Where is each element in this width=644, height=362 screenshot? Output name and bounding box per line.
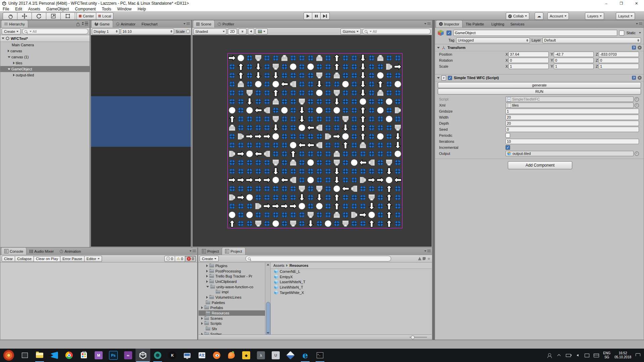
asset-linewhiten_t[interactable]: LineWhiteN_T — [271, 285, 432, 290]
action-center-icon[interactable] — [636, 353, 640, 358]
foldout-open-icon[interactable] — [437, 47, 440, 49]
panel-dropdown-icon[interactable] — [424, 23, 426, 24]
rotate-tool-button[interactable] — [32, 12, 46, 20]
step-button[interactable] — [321, 12, 330, 20]
tab-hierarchy[interactable]: Hierarchy — [1, 20, 28, 27]
display-dropdown[interactable]: Display 1 — [92, 28, 119, 35]
pivot-center-button[interactable]: Center — [76, 12, 96, 20]
touch-keyboard-icon[interactable] — [594, 354, 599, 357]
clock[interactable]: 16:5205.10.2018 — [614, 351, 631, 359]
foldout-closed-icon[interactable] — [206, 280, 208, 283]
menu-assets[interactable]: Assets — [28, 7, 40, 11]
taskbar-cmd[interactable]: >_ — [313, 349, 327, 362]
foldout-closed-icon[interactable] — [206, 296, 208, 299]
hierarchy-item-maincamera[interactable]: Main Camera — [0, 42, 90, 48]
tab-inspector-lighting[interactable]: Lighting — [487, 20, 507, 27]
gizmos-dropdown[interactable]: Gizmos — [340, 28, 361, 35]
rotation-x-field[interactable]: 0 — [508, 58, 548, 63]
breadcrumb-assets[interactable]: Assets — [273, 263, 284, 267]
taskbar-paint-pc[interactable] — [180, 349, 195, 362]
foldout-closed-icon[interactable] — [206, 275, 208, 278]
menu-edit[interactable]: Edit — [15, 7, 22, 11]
folder-impl[interactable]: impl — [199, 289, 265, 295]
foldout-closed-icon[interactable] — [13, 62, 15, 64]
volume-icon[interactable] — [577, 354, 579, 357]
xml-object-field[interactable]: tiles — [505, 103, 634, 108]
taskbar-diamond-app[interactable] — [283, 349, 298, 362]
lock-icon[interactable] — [76, 23, 79, 26]
hierarchy-item-tiles[interactable]: tiles — [0, 60, 90, 66]
favorite-star-icon[interactable]: ★ — [427, 256, 431, 261]
game-view[interactable] — [91, 35, 191, 247]
project-create-button[interactable]: Create — [200, 256, 219, 262]
foldout-closed-icon[interactable] — [201, 317, 203, 320]
help-icon[interactable]: ? — [632, 46, 636, 50]
tab-console-audio-mixer[interactable]: Audio Mixer — [26, 248, 57, 255]
asset-targetwhite_x[interactable]: TargetWhite_X — [271, 290, 432, 295]
width-field[interactable]: 20 — [505, 115, 639, 120]
menu-file[interactable]: File — [3, 7, 9, 11]
scale-slider[interactable] — [186, 29, 190, 33]
hierarchy-item-gameobject[interactable]: GameObject — [0, 66, 90, 72]
taskbar-yellow-app[interactable]: ◆ — [239, 349, 254, 362]
aspect-dropdown[interactable]: 16:10 — [121, 28, 174, 35]
tab-project-project-1[interactable]: Project — [222, 247, 245, 255]
rect-tool-button[interactable] — [61, 12, 75, 20]
maximize-button[interactable]: ❐ — [614, 0, 629, 7]
scale-y-field[interactable]: 1 — [554, 64, 594, 69]
position-x-field[interactable]: 37.64 — [508, 52, 548, 57]
taskbar-taskview[interactable] — [17, 349, 32, 362]
account-button[interactable]: Account — [547, 12, 569, 20]
collab-button[interactable]: ✓ Collab — [506, 12, 529, 20]
console-error-pause-button[interactable]: Error Pause — [60, 256, 85, 262]
panel-dropdown-icon[interactable] — [636, 23, 638, 24]
warning-count-badge[interactable]: ⚠0 — [175, 256, 185, 262]
close-button[interactable]: ✕ — [629, 0, 644, 7]
gear-icon[interactable] — [638, 46, 642, 50]
tab-console-console[interactable]: Console — [1, 247, 26, 255]
taskbar-store[interactable] — [76, 349, 91, 362]
hierarchy-create-button[interactable]: Create — [2, 28, 21, 35]
panel-menu-icon[interactable] — [186, 22, 190, 25]
foldout-open-icon[interactable] — [8, 68, 10, 70]
folder-palettes[interactable]: Palettes — [199, 300, 265, 305]
project-search-input[interactable] — [246, 256, 391, 261]
foldout-open-icon[interactable] — [437, 77, 440, 79]
panel-menu-icon[interactable] — [193, 250, 196, 252]
foldout-closed-icon[interactable] — [8, 50, 9, 52]
run-button[interactable]: RUN — [438, 88, 641, 95]
rotation-y-field[interactable]: 0 — [554, 58, 594, 63]
scale-tool-button[interactable] — [46, 12, 61, 20]
console-log-area[interactable] — [1, 262, 197, 339]
scene-header-row[interactable]: WFCTest* — [0, 35, 90, 42]
folder-postprocessing[interactable]: PostProcessing — [199, 268, 265, 274]
help-icon[interactable]: ? — [632, 76, 636, 80]
taskbar-visualstudio[interactable]: ∞ — [121, 349, 136, 362]
info-count-badge[interactable]: !0 — [164, 256, 175, 262]
foldout-closed-icon[interactable] — [201, 306, 203, 309]
scene-lighting-toggle[interactable]: ☀ — [238, 28, 247, 35]
panel-menu-icon[interactable] — [427, 250, 431, 252]
folder-sfx[interactable]: Sfx — [199, 326, 265, 331]
panel-dropdown-icon[interactable] — [424, 250, 426, 252]
script-object-field[interactable]: #SimpleTiledWFC — [505, 97, 634, 102]
scene-effects-toggle[interactable] — [256, 28, 268, 35]
layout-button[interactable]: Layout — [616, 12, 635, 20]
component-enabled-checkbox[interactable]: ✓ — [448, 76, 452, 80]
rotation-z-field[interactable]: 0 — [599, 58, 639, 63]
folder-prefabs[interactable]: Prefabs — [199, 305, 265, 311]
space-local-button[interactable]: Local — [96, 12, 113, 20]
iterations-field[interactable]: 10 — [505, 139, 639, 144]
tab-game-game[interactable]: Game — [91, 20, 113, 27]
add-component-button[interactable]: Add Component — [508, 161, 572, 169]
tab-game-flowchart[interactable]: Flowchart — [139, 20, 161, 27]
console-editor-button[interactable]: Editor — [85, 256, 102, 262]
position-y-field[interactable]: -42.7 — [554, 52, 594, 57]
scene-search-input[interactable]: All — [362, 28, 431, 34]
panel-menu-icon[interactable] — [639, 22, 642, 25]
taskbar-edge[interactable]: e — [298, 349, 313, 362]
hierarchy-item-canvas1[interactable]: canvas (1) — [0, 54, 90, 60]
layer-dropdown[interactable]: Default — [542, 38, 641, 43]
object-picker-icon[interactable] — [635, 103, 639, 108]
tab-inspector-services[interactable]: Services — [507, 20, 527, 27]
